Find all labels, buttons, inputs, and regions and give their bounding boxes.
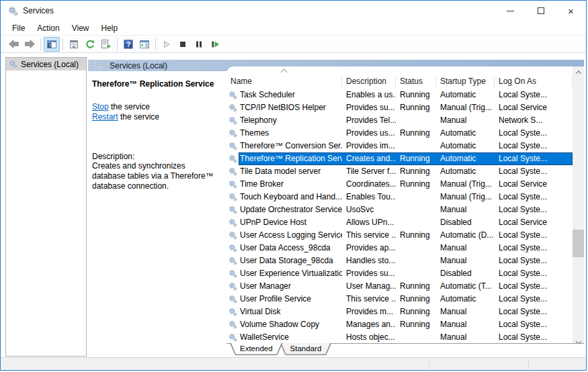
cell-name: Tile Data model server	[239, 165, 342, 178]
sort-ascending-icon	[281, 69, 288, 76]
menu-file[interactable]: File	[6, 22, 31, 34]
properties-button[interactable]	[66, 37, 82, 52]
cell-log-on-as: Local Syste...	[495, 267, 573, 280]
table-row[interactable]: Touch Keyboard and Hand... Enables Tou..…	[226, 191, 573, 203]
menu-action[interactable]: Action	[31, 22, 65, 34]
table-row[interactable]: Telephony Provides Tel... Manual Network…	[226, 114, 573, 127]
cell-name: User Manager	[239, 280, 342, 293]
table-row[interactable]: Themes Provides us... Running Automatic …	[226, 127, 573, 140]
service-action-link[interactable]: Restart	[92, 112, 118, 122]
cell-log-on-as: Local Syste...	[495, 293, 573, 306]
cell-log-on-as: Local Service	[495, 178, 573, 191]
cell-status	[396, 254, 436, 267]
vertical-scrollbar[interactable]	[573, 66, 584, 348]
table-row[interactable]: Tile Data model server Tile Server f... …	[226, 165, 573, 178]
cell-startup-type: Manual	[436, 254, 495, 267]
column-header-startup-type[interactable]: Startup Type	[436, 77, 495, 89]
close-button[interactable]: ×	[556, 1, 586, 21]
table-row[interactable]: Volume Shadow Copy Manages an... Running…	[226, 318, 573, 331]
show-action-pane-icon	[139, 39, 150, 50]
column-header-description[interactable]: Description	[342, 77, 396, 89]
table-row[interactable]: Time Broker Coordinates... Running Manua…	[226, 178, 573, 191]
forward-icon	[24, 38, 36, 50]
table-row[interactable]: Update Orchestrator Service... UsoSvc Ma…	[226, 203, 573, 216]
menu-help[interactable]: Help	[95, 22, 124, 34]
pause-service-button[interactable]	[191, 37, 207, 52]
table-row[interactable]: User Experience Virtualizatio... Provide…	[226, 267, 573, 280]
table-row[interactable]: WalletService Hosts objec... Manual Loca…	[226, 331, 573, 344]
table-row[interactable]: Therefore™ Replication Serv... Creates a…	[226, 152, 573, 165]
table-row[interactable]: Virtual Disk Provides m... Running Manua…	[226, 306, 573, 318]
table-row[interactable]: User Data Access_98cda Provides ap... Ma…	[226, 242, 573, 254]
scroll-up-button[interactable]	[573, 66, 584, 78]
toolbar-separator	[117, 38, 118, 50]
cell-status	[396, 140, 436, 152]
service-action-link[interactable]: Stop	[92, 102, 109, 111]
table-row[interactable]: Task Scheduler Enables a us... Running A…	[226, 89, 573, 101]
sidebar-item-services-local[interactable]: Services (Local)	[6, 58, 86, 71]
cell-status	[396, 242, 436, 254]
table-row[interactable]: User Access Logging Service This service…	[226, 229, 573, 242]
cell-status: Running	[396, 101, 436, 114]
cell-log-on-as: Local Syste...	[495, 331, 573, 344]
restart-service-button[interactable]	[207, 37, 223, 52]
column-header-log-on-as[interactable]: Log On As	[495, 77, 573, 89]
cell-description: Allows UPn...	[342, 216, 396, 229]
start-service-icon	[161, 39, 172, 50]
toolbar-separator	[62, 38, 63, 50]
cell-description: Provides ap...	[342, 242, 396, 254]
table-row[interactable]: User Manager User Manag... Running Autom…	[226, 280, 573, 293]
cell-startup-type: Automatic	[436, 152, 495, 165]
service-gear-icon	[226, 280, 239, 293]
show-console-tree-icon	[46, 39, 57, 50]
cell-status: Running	[396, 152, 436, 165]
view-tabs: Extended Standard	[226, 343, 584, 357]
menu-view[interactable]: View	[66, 22, 95, 34]
toolbar: ?	[1, 36, 586, 53]
cell-name: User Data Storage_98cda	[239, 254, 342, 267]
column-header-status[interactable]: Status	[396, 77, 436, 89]
help-button[interactable]: ?	[120, 37, 136, 52]
cell-status: Running	[396, 280, 436, 293]
tab-extended[interactable]: Extended	[230, 343, 283, 355]
cell-startup-type: Manual	[436, 114, 495, 127]
cell-description: Tile Server f...	[342, 165, 396, 178]
start-service-button[interactable]	[159, 37, 175, 52]
refresh-button[interactable]	[82, 37, 98, 52]
help-icon: ?	[123, 39, 134, 50]
service-gear-icon	[226, 191, 239, 203]
service-action-line: Stop the service	[92, 102, 220, 112]
export-list-button[interactable]	[98, 37, 114, 52]
table-row[interactable]: UPnP Device Host Allows UPn... Disabled …	[226, 216, 573, 229]
cell-description: Provides us...	[342, 127, 396, 140]
stop-service-button[interactable]	[175, 37, 191, 52]
table-row[interactable]: TCP/IP NetBIOS Helper Provides su... Run…	[226, 101, 573, 114]
tab-standard[interactable]: Standard	[280, 343, 332, 355]
minimize-icon	[507, 11, 514, 11]
properties-icon	[69, 39, 79, 50]
service-gear-icon	[226, 216, 239, 229]
show-action-pane-button[interactable]	[136, 37, 153, 52]
forward-button[interactable]	[22, 37, 38, 52]
service-gear-icon	[226, 293, 239, 306]
back-button[interactable]	[5, 37, 22, 52]
cell-name: TCP/IP NetBIOS Helper	[239, 101, 342, 114]
table-row[interactable]: User Profile Service This service ... Ru…	[226, 293, 573, 306]
table-row[interactable]: Therefore™ Conversion Ser... Provides im…	[226, 140, 573, 152]
maximize-button[interactable]	[526, 1, 556, 21]
column-header-name[interactable]: Name	[226, 77, 342, 89]
show-console-tree-button[interactable]	[44, 37, 60, 52]
cell-startup-type: Manual (Trig...	[436, 191, 495, 203]
minimize-button[interactable]	[495, 1, 526, 21]
cell-description: Provides su...	[342, 267, 396, 280]
scrollbar-thumb[interactable]	[573, 230, 584, 257]
pause-service-icon	[194, 39, 204, 50]
table-row[interactable]: User Data Storage_98cda Handles sto... M…	[226, 254, 573, 267]
service-gear-icon	[226, 127, 239, 140]
cell-name: User Profile Service	[239, 293, 342, 306]
status-bar-divider	[528, 359, 529, 369]
services-list-panel: Name Description Status Startup Type Log…	[226, 66, 584, 348]
cell-name: Themes	[239, 127, 342, 140]
cell-startup-type: Automatic	[436, 127, 495, 140]
title-bar[interactable]: Services ×	[1, 1, 586, 21]
